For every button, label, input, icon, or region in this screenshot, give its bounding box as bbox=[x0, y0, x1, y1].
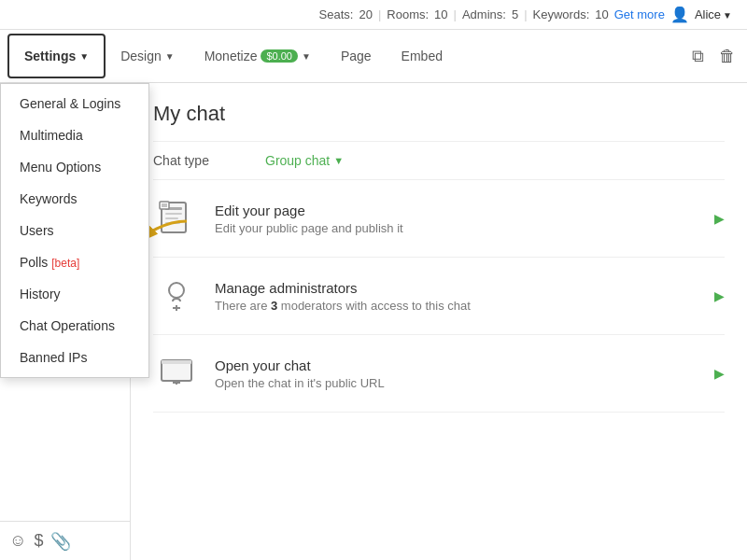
nav-wrapper: Settings ▼ Design ▼ Monetize $0.00 ▼ Pag… bbox=[0, 30, 747, 83]
admin-icon bbox=[153, 273, 200, 319]
chat-type-label: Chat type bbox=[153, 153, 265, 168]
monetize-badge: $0.00 bbox=[261, 49, 298, 63]
svg-rect-3 bbox=[165, 213, 182, 215]
nav-design[interactable]: Design ▼ bbox=[106, 35, 190, 77]
separator: | bbox=[378, 7, 381, 21]
dollar-icon[interactable]: $ bbox=[34, 531, 43, 552]
settings-caret: ▼ bbox=[79, 51, 89, 62]
main-content: My chat Chat type Group chat ▼ bbox=[131, 83, 747, 560]
nav-right: ⧉ 🗑 bbox=[688, 43, 740, 70]
edit-page-text: Edit your page Edit your public page and… bbox=[215, 203, 699, 235]
monitor-icon bbox=[153, 350, 200, 397]
smile-icon[interactable]: ☺ bbox=[9, 531, 26, 552]
open-chat-text: Open your chat Open the chat in it's pub… bbox=[215, 357, 699, 390]
manage-admins-title: Manage administrators bbox=[215, 280, 699, 296]
manage-admins-subtitle: There are 3 moderators with access to th… bbox=[215, 299, 699, 313]
menu-users[interactable]: Users bbox=[1, 215, 148, 246]
menu-multimedia[interactable]: Multimedia bbox=[1, 119, 148, 151]
clip-icon[interactable]: 📎 bbox=[50, 531, 71, 552]
seats-label: Seats: bbox=[319, 7, 354, 21]
menu-general-logins[interactable]: General & Logins bbox=[1, 88, 148, 119]
menu-chat-operations[interactable]: Chat Operations bbox=[1, 310, 148, 342]
nav-bar: Settings ▼ Design ▼ Monetize $0.00 ▼ Pag… bbox=[0, 30, 747, 83]
page-title: My chat bbox=[153, 102, 725, 126]
admins-label: Admins: bbox=[462, 7, 506, 21]
monetize-caret: ▼ bbox=[302, 51, 311, 62]
copy-button[interactable]: ⧉ bbox=[688, 43, 708, 70]
edit-page-subtitle: Edit your public page and publish it bbox=[215, 221, 699, 235]
open-chat-title: Open your chat bbox=[215, 357, 699, 373]
seats-value: 20 bbox=[359, 7, 372, 21]
user-name[interactable]: Alice bbox=[695, 7, 732, 21]
keywords-label: Keywords: bbox=[533, 7, 590, 21]
moderators-count: 3 bbox=[271, 299, 277, 313]
separator3: | bbox=[524, 7, 527, 21]
chat-type-caret: ▼ bbox=[333, 155, 344, 166]
design-caret: ▼ bbox=[165, 51, 175, 62]
keywords-value: 10 bbox=[595, 7, 608, 21]
action-edit-page[interactable]: Edit your page Edit your public page and… bbox=[153, 180, 725, 258]
chat-type-row: Chat type Group chat ▼ bbox=[153, 141, 725, 180]
settings-dropdown: General & Logins Multimedia Menu Options… bbox=[0, 83, 149, 378]
action-manage-admins[interactable]: Manage administrators There are 3 modera… bbox=[153, 258, 725, 335]
chat-type-dropdown[interactable]: Group chat ▼ bbox=[265, 153, 344, 168]
menu-banned-ips[interactable]: Banned IPs bbox=[1, 342, 148, 373]
svg-point-9 bbox=[169, 283, 184, 298]
user-icon: 👤 bbox=[670, 6, 689, 23]
nav-settings[interactable]: Settings ▼ bbox=[7, 34, 106, 78]
menu-history[interactable]: History bbox=[1, 278, 148, 310]
manage-admins-arrow: ▶ bbox=[714, 288, 725, 303]
nav-embed[interactable]: Embed bbox=[387, 35, 458, 77]
open-chat-subtitle: Open the chat in it's public URL bbox=[215, 376, 699, 390]
nav-monetize[interactable]: Monetize $0.00 ▼ bbox=[190, 35, 326, 77]
get-more-link[interactable]: Get more bbox=[614, 7, 665, 21]
menu-keywords[interactable]: Keywords bbox=[1, 183, 148, 215]
rooms-label: Rooms: bbox=[387, 7, 429, 21]
delete-button[interactable]: 🗑 bbox=[715, 43, 740, 70]
edit-page-title: Edit your page bbox=[215, 203, 699, 218]
svg-rect-6 bbox=[160, 202, 169, 209]
action-open-chat[interactable]: Open your chat Open the chat in it's pub… bbox=[153, 335, 725, 413]
open-chat-arrow: ▶ bbox=[714, 366, 725, 381]
svg-rect-13 bbox=[162, 360, 191, 364]
menu-polls[interactable]: Polls [beta] bbox=[1, 246, 148, 278]
chat-type-value-text: Group chat bbox=[265, 153, 330, 168]
top-bar: Seats: 20 | Rooms: 10 | Admins: 5 | Keyw… bbox=[0, 0, 747, 30]
edit-page-arrow: ▶ bbox=[714, 211, 725, 226]
menu-menu-options[interactable]: Menu Options bbox=[1, 151, 148, 183]
admins-value: 5 bbox=[512, 7, 518, 21]
separator2: | bbox=[454, 7, 457, 21]
rooms-value: 10 bbox=[434, 7, 447, 21]
beta-badge: [beta] bbox=[51, 257, 79, 270]
nav-page[interactable]: Page bbox=[326, 35, 387, 77]
manage-admins-text: Manage administrators There are 3 modera… bbox=[215, 280, 699, 313]
